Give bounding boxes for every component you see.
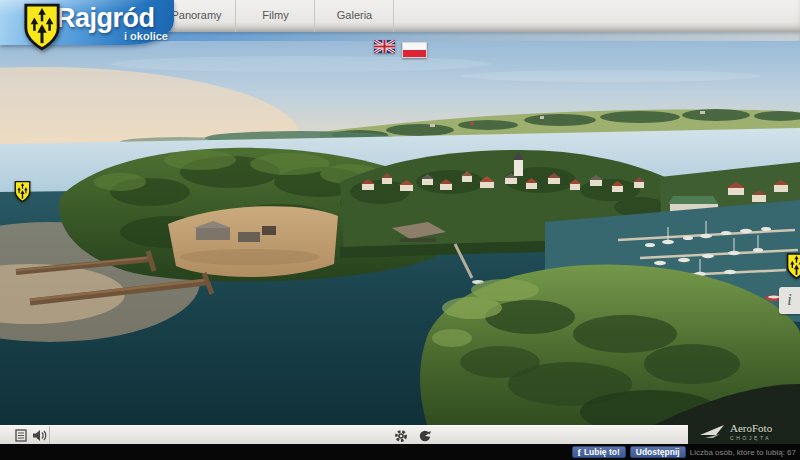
poland-flag-language-button[interactable]: [402, 42, 427, 58]
viewer-toolbar: [0, 425, 688, 444]
aerofoto-credit-logo: AeroFoto CHOJĘTA: [700, 420, 798, 443]
autorotate-icon[interactable]: [418, 429, 432, 443]
panorama-list-icon[interactable]: [15, 429, 27, 442]
bottom-social-bar: f Lubię to! Udostępnij Liczba osób, któr…: [0, 444, 800, 460]
facebook-like-count: Liczba osób, które to lubią: 67: [690, 448, 796, 457]
gear-settings-icon[interactable]: [394, 429, 408, 443]
rajgrod-panorama-app: Panoramy Filmy Galeria Rajgród i okolice…: [0, 0, 800, 460]
hotspot-coat-of-arms-left[interactable]: [14, 180, 31, 203]
aerofoto-name: AeroFoto: [730, 423, 772, 434]
facebook-like-label: Lubię to!: [584, 447, 620, 457]
poland-flag-red-half: [403, 50, 426, 57]
speaker-icon[interactable]: [32, 429, 47, 442]
uk-flag-language-button[interactable]: [374, 40, 395, 53]
tab-filmy[interactable]: Filmy: [237, 0, 315, 32]
facebook-like-button[interactable]: f Lubię to!: [572, 446, 626, 458]
tab-galeria[interactable]: Galeria: [316, 0, 394, 32]
toolbar-divider: [49, 426, 50, 444]
site-subtitle: i okolice: [94, 30, 168, 42]
hotspot-coat-of-arms-right[interactable]: [786, 252, 800, 280]
facebook-f-icon: f: [578, 448, 581, 457]
aerofoto-plane-icon: [700, 424, 726, 440]
poland-flag-white-half: [403, 43, 426, 50]
aerofoto-tagline: CHOJĘTA: [730, 436, 772, 441]
panorama-photo[interactable]: [0, 32, 800, 445]
rajgrod-coat-of-arms-icon: [23, 2, 61, 52]
info-button[interactable]: i: [779, 287, 800, 314]
facebook-share-button[interactable]: Udostępnij: [630, 446, 686, 458]
facebook-share-label: Udostępnij: [636, 447, 680, 457]
